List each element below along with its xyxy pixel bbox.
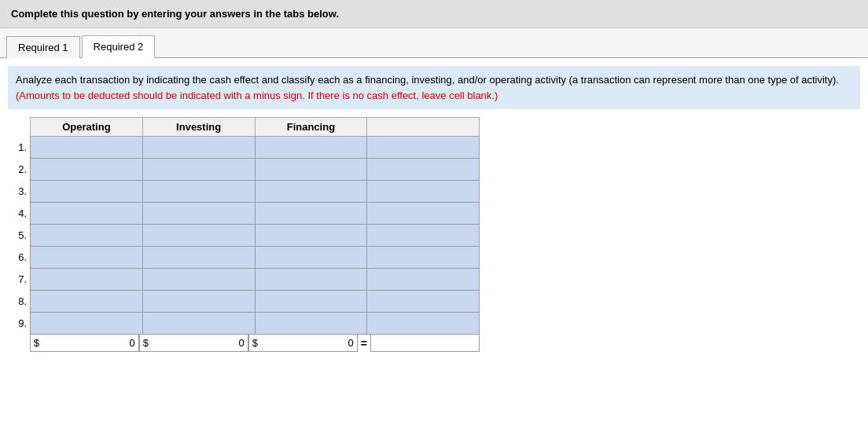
- col-header-financing: Financing: [255, 118, 367, 137]
- cell-operating-6[interactable]: [31, 247, 143, 269]
- input-operating-8[interactable]: [34, 291, 139, 312]
- input-operating-9[interactable]: [34, 313, 139, 334]
- input-financing-5[interactable]: [259, 225, 364, 246]
- footer-operating: $ 0: [30, 335, 139, 352]
- row-label-8: 8.: [8, 291, 31, 313]
- input-operating-4[interactable]: [34, 203, 139, 224]
- operating-dollar-sign: $: [34, 337, 39, 349]
- input-extra-3[interactable]: [370, 181, 476, 202]
- cell-extra-5[interactable]: [367, 225, 480, 247]
- input-extra-5[interactable]: [370, 225, 476, 246]
- cell-investing-5[interactable]: [142, 225, 255, 247]
- footer-investing: $ 0: [139, 335, 248, 352]
- input-extra-7[interactable]: [370, 269, 476, 290]
- cell-investing-2[interactable]: [142, 159, 255, 181]
- input-investing-1[interactable]: [146, 137, 252, 158]
- col-header-extra: [367, 118, 480, 137]
- cell-financing-6[interactable]: [255, 247, 367, 269]
- input-financing-2[interactable]: [259, 159, 364, 180]
- cell-financing-9[interactable]: [255, 313, 367, 335]
- instruction-box: Analyze each transaction by indicating t…: [8, 66, 860, 109]
- operating-total: 0: [42, 337, 135, 349]
- cell-operating-3[interactable]: [31, 181, 143, 203]
- col-label-spacer: [8, 118, 31, 137]
- input-operating-1[interactable]: [34, 137, 139, 158]
- input-extra-4[interactable]: [370, 203, 476, 224]
- cell-extra-6[interactable]: [367, 247, 480, 269]
- col-header-investing: Investing: [142, 118, 255, 137]
- investing-total: 0: [152, 337, 245, 349]
- cell-extra-7[interactable]: [367, 269, 480, 291]
- header-instruction: Complete this question by entering your …: [11, 8, 339, 20]
- cell-financing-5[interactable]: [255, 225, 367, 247]
- input-extra-1[interactable]: [370, 137, 476, 158]
- cell-operating-9[interactable]: [31, 313, 143, 335]
- result-input[interactable]: [374, 337, 476, 349]
- cell-financing-7[interactable]: [255, 269, 367, 291]
- cell-extra-8[interactable]: [367, 291, 480, 313]
- cell-investing-1[interactable]: [142, 137, 255, 159]
- tab-required1[interactable]: Required 1: [6, 36, 80, 58]
- footer-result[interactable]: [370, 335, 480, 352]
- input-financing-3[interactable]: [259, 181, 364, 202]
- input-investing-3[interactable]: [146, 181, 252, 202]
- cell-investing-7[interactable]: [142, 269, 255, 291]
- table-row: 5.: [8, 225, 480, 247]
- cell-investing-3[interactable]: [142, 181, 255, 203]
- cell-investing-8[interactable]: [142, 291, 255, 313]
- input-operating-7[interactable]: [34, 269, 139, 290]
- tab-required2[interactable]: Required 2: [82, 35, 156, 58]
- input-financing-7[interactable]: [259, 269, 364, 290]
- input-investing-9[interactable]: [146, 313, 252, 334]
- input-financing-6[interactable]: [259, 247, 364, 268]
- cell-operating-7[interactable]: [31, 269, 143, 291]
- cell-operating-5[interactable]: [31, 225, 143, 247]
- input-operating-3[interactable]: [34, 181, 139, 202]
- cell-extra-2[interactable]: [367, 159, 480, 181]
- cell-operating-8[interactable]: [31, 291, 143, 313]
- input-extra-6[interactable]: [370, 247, 476, 268]
- input-investing-7[interactable]: [146, 269, 252, 290]
- input-extra-9[interactable]: [370, 313, 476, 334]
- row-label-1: 1.: [8, 137, 31, 159]
- input-operating-6[interactable]: [34, 247, 139, 268]
- input-investing-6[interactable]: [146, 247, 252, 268]
- input-extra-8[interactable]: [370, 291, 476, 312]
- cell-financing-3[interactable]: [255, 181, 367, 203]
- row-label-6: 6.: [8, 247, 31, 269]
- input-financing-4[interactable]: [259, 203, 364, 224]
- table-row: 3.: [8, 181, 480, 203]
- cell-extra-1[interactable]: [367, 137, 480, 159]
- table-row: 8.: [8, 291, 480, 313]
- table-row: 9.: [8, 313, 480, 335]
- input-investing-8[interactable]: [146, 291, 252, 312]
- cell-investing-9[interactable]: [142, 313, 255, 335]
- cell-extra-3[interactable]: [367, 181, 480, 203]
- input-financing-1[interactable]: [259, 137, 364, 158]
- input-investing-4[interactable]: [146, 203, 252, 224]
- header-bar: Complete this question by entering your …: [0, 0, 868, 28]
- cell-operating-4[interactable]: [31, 203, 143, 225]
- cell-financing-1[interactable]: [255, 137, 367, 159]
- row-label-7: 7.: [8, 269, 31, 291]
- cell-investing-4[interactable]: [142, 203, 255, 225]
- tabs-row: Required 1 Required 2: [0, 28, 868, 58]
- input-financing-8[interactable]: [259, 291, 364, 312]
- cell-operating-2[interactable]: [31, 159, 143, 181]
- cell-financing-8[interactable]: [255, 291, 367, 313]
- cell-investing-6[interactable]: [142, 247, 255, 269]
- input-investing-2[interactable]: [146, 159, 252, 180]
- cell-operating-1[interactable]: [31, 137, 143, 159]
- cell-financing-2[interactable]: [255, 159, 367, 181]
- cell-extra-4[interactable]: [367, 203, 480, 225]
- row-label-3: 3.: [8, 181, 31, 203]
- cell-extra-9[interactable]: [367, 313, 480, 335]
- input-operating-2[interactable]: [34, 159, 139, 180]
- input-investing-5[interactable]: [146, 225, 252, 246]
- input-operating-5[interactable]: [34, 225, 139, 246]
- table-row: 1.: [8, 137, 480, 159]
- cell-financing-4[interactable]: [255, 203, 367, 225]
- table-row: 4.: [8, 203, 480, 225]
- input-financing-9[interactable]: [259, 313, 364, 334]
- input-extra-2[interactable]: [370, 159, 476, 180]
